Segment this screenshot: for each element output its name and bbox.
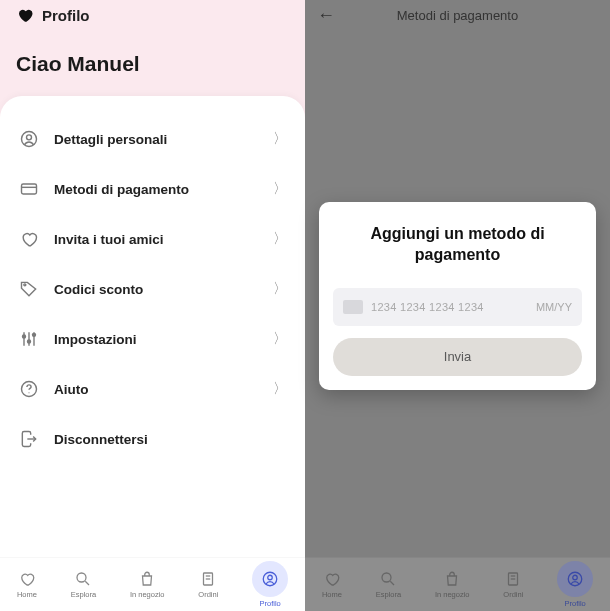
svg-line-14 (86, 581, 90, 585)
card-icon (18, 178, 40, 200)
chevron-right-icon: 〉 (273, 180, 287, 198)
menu-label: Codici sconto (54, 282, 259, 297)
nav-label: Home (322, 590, 342, 599)
svg-point-9 (28, 340, 31, 343)
nav-profile[interactable] (252, 561, 288, 597)
nav-label: Profilo (259, 599, 280, 608)
menu-label: Aiuto (54, 382, 259, 397)
menu-label: Metodi di pagamento (54, 182, 259, 197)
menu-item-help[interactable]: Aiuto 〉 (0, 364, 305, 414)
heart-outline-icon (18, 228, 40, 250)
nav-label: In negozio (130, 590, 165, 599)
svg-point-18 (263, 572, 277, 586)
nav-profile[interactable] (557, 561, 593, 597)
heart-outline-icon (323, 570, 341, 588)
nav-orders[interactable]: Ordini (192, 566, 224, 603)
sliders-icon (18, 328, 40, 350)
nav-in-store[interactable]: In negozio (429, 566, 476, 603)
nav-explore[interactable]: Esplora (65, 566, 102, 603)
svg-point-20 (382, 573, 391, 582)
search-icon (74, 570, 92, 588)
nav-label: Home (17, 590, 37, 599)
nav-label: Esplora (71, 590, 96, 599)
svg-point-12 (28, 392, 29, 393)
logout-icon (18, 428, 40, 450)
user-circle-icon (261, 570, 279, 588)
bag-icon (138, 570, 156, 588)
nav-home[interactable]: Home (11, 566, 43, 603)
svg-point-25 (568, 572, 582, 586)
svg-line-21 (391, 581, 395, 585)
svg-point-8 (23, 335, 26, 338)
card-number-input[interactable]: 1234 1234 1234 1234 (371, 301, 528, 313)
bag-icon (443, 570, 461, 588)
submit-button[interactable]: Invia (333, 338, 582, 376)
nav-label: Esplora (376, 590, 401, 599)
svg-point-0 (22, 132, 37, 147)
payment-methods-screen: ← Metodi di pagamento Aggiungi un metodo… (305, 0, 610, 611)
chevron-right-icon: 〉 (273, 230, 287, 248)
search-icon (379, 570, 397, 588)
svg-point-10 (33, 333, 36, 336)
menu-label: Dettagli personali (54, 132, 259, 147)
profile-screen: Profilo Ciao Manuel Dettagli personali 〉… (0, 0, 305, 611)
menu-item-payment-methods[interactable]: Metodi di pagamento 〉 (0, 164, 305, 214)
svg-point-13 (77, 573, 86, 582)
card-expiry-input[interactable]: MM/YY (536, 301, 572, 313)
nav-label: Ordini (503, 590, 523, 599)
heart-outline-icon (18, 570, 36, 588)
profile-menu-card: Dettagli personali 〉 Metodi di pagamento… (0, 96, 305, 611)
chevron-right-icon: 〉 (273, 280, 287, 298)
menu-label: Invita i tuoi amici (54, 232, 259, 247)
nav-profile-wrap[interactable]: Profilo (246, 557, 294, 611)
add-payment-modal: Aggiungi un metodo di pagamento 1234 123… (319, 202, 596, 390)
menu-item-personal-details[interactable]: Dettagli personali 〉 (0, 114, 305, 164)
svg-point-4 (24, 284, 26, 286)
nav-label: Ordini (198, 590, 218, 599)
menu-item-settings[interactable]: Impostazioni 〉 (0, 314, 305, 364)
user-circle-icon (566, 570, 584, 588)
card-input-row[interactable]: 1234 1234 1234 1234 MM/YY (333, 288, 582, 326)
chevron-right-icon: 〉 (273, 380, 287, 398)
card-chip-icon (343, 300, 363, 314)
menu-item-invite-friends[interactable]: Invita i tuoi amici 〉 (0, 214, 305, 264)
help-circle-icon (18, 378, 40, 400)
svg-point-26 (573, 575, 578, 580)
chevron-right-icon: 〉 (273, 130, 287, 148)
left-header-title: Profilo (42, 7, 90, 24)
nav-in-store[interactable]: In negozio (124, 566, 171, 603)
menu-label: Impostazioni (54, 332, 259, 347)
menu-item-logout[interactable]: Disconnettersi (0, 414, 305, 464)
bottom-nav: Home Esplora In negozio Ordini Profilo (0, 557, 305, 611)
chevron-right-icon: 〉 (273, 330, 287, 348)
greeting-text: Ciao Manuel (0, 24, 305, 96)
svg-rect-2 (22, 184, 37, 194)
left-header: Profilo (0, 0, 305, 24)
bottom-nav-dimmed: Home Esplora In negozio Ordini Profilo (305, 557, 610, 611)
modal-title: Aggiungi un metodo di pagamento (333, 224, 582, 266)
menu-label: Disconnettersi (54, 432, 287, 447)
nav-home[interactable]: Home (316, 566, 348, 603)
menu-item-discount-codes[interactable]: Codici sconto 〉 (0, 264, 305, 314)
nav-orders[interactable]: Ordini (497, 566, 529, 603)
tag-icon (18, 278, 40, 300)
nav-profile-wrap[interactable]: Profilo (551, 557, 599, 611)
receipt-icon (199, 570, 217, 588)
user-circle-icon (18, 128, 40, 150)
svg-point-1 (27, 135, 32, 140)
receipt-icon (504, 570, 522, 588)
nav-label: Profilo (564, 599, 585, 608)
nav-label: In negozio (435, 590, 470, 599)
svg-point-19 (268, 575, 273, 580)
nav-explore[interactable]: Esplora (370, 566, 407, 603)
heart-icon (16, 6, 34, 24)
